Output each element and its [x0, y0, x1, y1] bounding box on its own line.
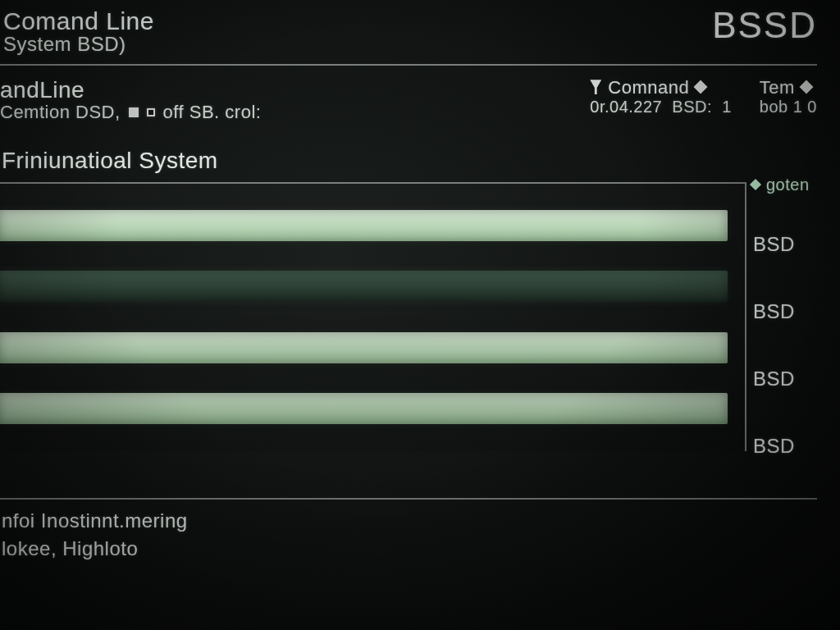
square-outline-icon — [147, 108, 155, 116]
status-col-command: Comnand 0r.04.227 BSD: 1 — [590, 77, 731, 116]
col-hd-0: Comnand — [608, 77, 689, 98]
status-left-line2b: off SB. crol: — [163, 102, 262, 123]
goten-indicator: goten — [751, 176, 817, 194]
goten-text: goten — [766, 176, 810, 194]
status-left-line2a: Cemtion DSD, — [0, 102, 121, 123]
col-hd-2: Tem — [760, 77, 795, 98]
status-left-line2: Cemtion DSD, off SB. crol: — [0, 102, 261, 123]
funnel-icon — [590, 80, 601, 94]
footer-line-1: nfoi Inostinnt.mering — [2, 509, 817, 532]
footer-line-2: lokee, Highloto — [2, 537, 817, 560]
diamond-small-icon — [750, 179, 761, 190]
chart-wrap: goten BSD BSD BSD BSD — [0, 182, 817, 480]
col-val-2: bob 1 0 — [760, 98, 817, 116]
divider-bottom — [0, 498, 817, 500]
col-val-1: 1 — [722, 98, 732, 116]
title-block: Comand Line System BSD) — [0, 8, 817, 56]
status-row: andLine Cemtion DSD, off SB. crol: Comna… — [0, 66, 817, 123]
bar-3 — [0, 332, 728, 363]
bar-chart — [0, 182, 746, 451]
status-col-tem: Tem bob 1 0 — [760, 77, 817, 116]
y-axis-labels: goten BSD BSD BSD BSD — [746, 182, 817, 480]
terminal-screen: Comand Line System BSD) BSSD andLine Cem… — [0, 0, 840, 630]
ylabel-3: BSD — [746, 413, 817, 480]
ylabel-2: BSD — [746, 345, 817, 413]
section-heading: Friniunatioal System — [2, 148, 817, 174]
ylabel-0: BSD — [746, 211, 817, 278]
col-hd-1: BSD: — [672, 98, 712, 116]
title-sub: System BSD) — [3, 33, 817, 56]
bar-4 — [0, 393, 728, 424]
square-icon — [129, 107, 139, 117]
bar-2 — [0, 271, 728, 302]
diamond-icon — [799, 80, 813, 94]
status-right: Comnand 0r.04.227 BSD: 1 Tem bob 1 0 — [590, 77, 817, 116]
col-val-0: 0r.04.227 — [590, 98, 662, 116]
brand-logo: BSSD — [712, 5, 817, 46]
bar-1 — [0, 210, 728, 241]
status-left-line1: andLine — [0, 77, 261, 103]
ylabel-1: BSD — [746, 278, 817, 345]
diamond-icon — [694, 80, 708, 94]
title-main: Comand Line — [3, 8, 817, 34]
status-left: andLine Cemtion DSD, off SB. crol: — [0, 77, 294, 123]
